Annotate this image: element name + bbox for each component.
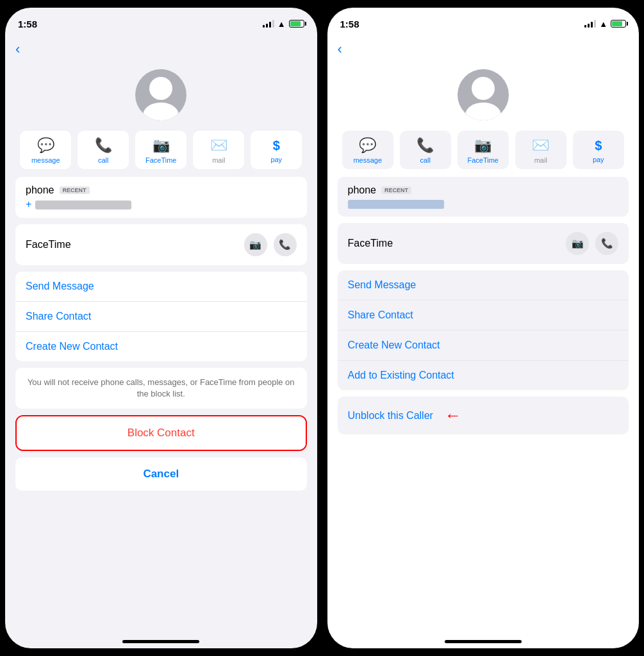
svg-point-3 bbox=[465, 102, 501, 120]
left-create-contact-item[interactable]: Create New Contact bbox=[15, 332, 307, 361]
signal-icon bbox=[263, 20, 274, 28]
right-call-label: call bbox=[420, 156, 431, 164]
left-mail-btn[interactable]: ✉️ mail bbox=[193, 131, 244, 169]
right-facetime-label-btn: FaceTime bbox=[468, 156, 499, 164]
left-phone-label: phone bbox=[26, 184, 54, 196]
person-icon bbox=[135, 69, 186, 120]
right-unblock-with-arrow: Unblock this Caller ← bbox=[348, 406, 619, 425]
right-wifi-icon: ▲ bbox=[599, 19, 607, 29]
right-facetime-row: FaceTime 📷 📞 bbox=[338, 223, 629, 264]
right-recent-badge: RECENT bbox=[381, 186, 411, 194]
right-send-message-item[interactable]: Send Message bbox=[338, 270, 629, 300]
right-status-icons: ▲ bbox=[584, 19, 626, 29]
right-create-contact-item[interactable]: Create New Contact bbox=[338, 331, 629, 361]
pay-icon: $ bbox=[273, 138, 280, 153]
right-pay-btn[interactable]: $ pay bbox=[573, 131, 624, 169]
left-status-time: 1:58 bbox=[18, 19, 37, 29]
right-avatar-section bbox=[327, 63, 640, 131]
right-message-label: message bbox=[353, 156, 382, 164]
right-mail-btn[interactable]: ✉️ mail bbox=[515, 131, 566, 169]
left-send-message-item[interactable]: Send Message bbox=[15, 272, 307, 302]
right-signal-icon bbox=[584, 20, 596, 28]
right-nav-back[interactable]: ‹ bbox=[327, 36, 640, 63]
right-unblock-item[interactable]: Unblock this Caller bbox=[348, 410, 433, 422]
right-status-time: 1:58 bbox=[340, 19, 359, 29]
right-home-indicator bbox=[445, 640, 522, 643]
right-unblock-row: Unblock this Caller ← bbox=[338, 397, 629, 434]
right-phone-number bbox=[348, 200, 444, 209]
right-menu-card: Send Message Share Contact Create New Co… bbox=[338, 270, 629, 390]
left-back-button[interactable]: ‹ bbox=[15, 41, 20, 58]
right-facetime-video-icon: 📷 bbox=[474, 137, 491, 154]
message-icon: 💬 bbox=[37, 137, 54, 154]
right-pay-label: pay bbox=[593, 156, 604, 163]
left-phone-card: phone RECENT + bbox=[15, 177, 307, 218]
facetime-video-icon: 📷 bbox=[153, 137, 170, 154]
right-phone-label: phone bbox=[348, 184, 377, 196]
svg-point-1 bbox=[143, 102, 179, 120]
left-block-btn-wrapper: Block Contact bbox=[15, 415, 307, 451]
right-facetime-icons: 📷 📞 bbox=[566, 232, 618, 255]
left-status-bar: 1:58 ▲ bbox=[5, 8, 317, 36]
left-menu-card: Send Message Share Contact Create New Co… bbox=[15, 272, 307, 361]
mail-icon: ✉️ bbox=[210, 137, 227, 154]
pay-label: pay bbox=[270, 156, 282, 163]
left-call-btn[interactable]: 📞 call bbox=[78, 131, 129, 169]
message-label: message bbox=[31, 156, 60, 164]
add-phone-icon: + bbox=[26, 199, 31, 210]
svg-point-0 bbox=[149, 77, 172, 100]
left-action-buttons: 💬 message 📞 call 📷 FaceTime ✉️ mail $ pa… bbox=[5, 131, 317, 177]
left-nav-back[interactable]: ‹ bbox=[5, 36, 317, 63]
left-status-icons: ▲ bbox=[263, 19, 304, 29]
right-pay-icon: $ bbox=[595, 138, 602, 153]
right-unblock-card: Unblock this Caller ← bbox=[338, 397, 629, 434]
left-facetime-label: FaceTime bbox=[26, 239, 71, 250]
mail-label: mail bbox=[212, 156, 225, 164]
left-facetime-btn[interactable]: 📷 FaceTime bbox=[135, 131, 186, 169]
left-block-btn[interactable]: Block Contact bbox=[17, 416, 306, 450]
left-share-contact-item[interactable]: Share Contact bbox=[15, 302, 307, 332]
left-facetime-row: FaceTime 📷 📞 bbox=[15, 224, 307, 265]
right-facetime-phone-btn[interactable]: 📞 bbox=[595, 232, 618, 255]
right-facetime-btn[interactable]: 📷 FaceTime bbox=[458, 131, 509, 169]
right-back-button[interactable]: ‹ bbox=[338, 41, 342, 58]
red-arrow-icon: ← bbox=[445, 406, 461, 425]
call-label: call bbox=[98, 156, 109, 164]
left-phone-screen: 1:58 ▲ ‹ bbox=[5, 8, 317, 648]
right-share-contact-item[interactable]: Share Contact bbox=[338, 300, 629, 331]
right-message-btn[interactable]: 💬 message bbox=[342, 131, 393, 169]
right-avatar bbox=[458, 69, 509, 120]
right-battery-icon bbox=[611, 20, 626, 28]
left-avatar bbox=[135, 69, 186, 120]
right-add-existing-item[interactable]: Add to Existing Contact bbox=[338, 361, 629, 390]
left-recent-badge: RECENT bbox=[60, 186, 90, 194]
right-facetime-label: FaceTime bbox=[348, 238, 393, 249]
left-home-indicator bbox=[122, 640, 199, 643]
right-phone-screen: 1:58 ▲ ‹ bbox=[327, 8, 640, 648]
right-mail-label: mail bbox=[534, 156, 547, 164]
wifi-icon: ▲ bbox=[277, 19, 286, 29]
right-call-icon: 📞 bbox=[417, 137, 434, 154]
call-icon: 📞 bbox=[95, 137, 112, 154]
right-phone-card: phone RECENT bbox=[338, 177, 629, 217]
battery-icon bbox=[289, 20, 304, 28]
left-cancel-btn[interactable]: Cancel bbox=[15, 457, 307, 491]
right-person-icon bbox=[458, 69, 509, 120]
left-phone-number bbox=[35, 201, 131, 209]
right-facetime-video-btn[interactable]: 📷 bbox=[566, 232, 589, 255]
left-pay-btn[interactable]: $ pay bbox=[251, 131, 302, 169]
left-avatar-section bbox=[5, 63, 317, 131]
left-block-notice: You will not receive phone calls, messag… bbox=[15, 368, 307, 409]
right-message-icon: 💬 bbox=[359, 137, 376, 154]
facetime-phone-btn[interactable]: 📞 bbox=[274, 233, 297, 256]
facetime-video-btn[interactable]: 📷 bbox=[244, 233, 267, 256]
right-status-bar: 1:58 ▲ bbox=[327, 8, 640, 36]
right-mail-icon: ✉️ bbox=[532, 137, 549, 154]
left-facetime-icons: 📷 📞 bbox=[244, 233, 297, 256]
facetime-label-btn: FaceTime bbox=[145, 156, 177, 164]
right-action-buttons: 💬 message 📞 call 📷 FaceTime ✉️ mail $ pa… bbox=[327, 131, 640, 177]
left-message-btn[interactable]: 💬 message bbox=[20, 131, 71, 169]
right-call-btn[interactable]: 📞 call bbox=[400, 131, 451, 169]
svg-point-2 bbox=[472, 77, 495, 100]
